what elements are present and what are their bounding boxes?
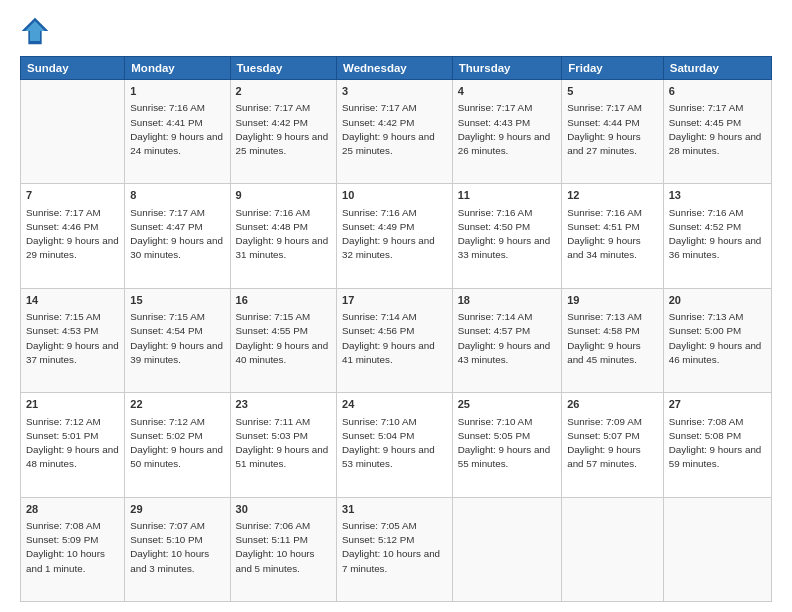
day-cell: 15Sunrise: 7:15 AMSunset: 4:54 PMDayligh… — [125, 288, 230, 392]
col-header-thursday: Thursday — [452, 57, 562, 80]
svg-marker-1 — [25, 21, 45, 41]
day-cell: 24Sunrise: 7:10 AMSunset: 5:04 PMDayligh… — [337, 393, 453, 497]
day-cell: 16Sunrise: 7:15 AMSunset: 4:55 PMDayligh… — [230, 288, 336, 392]
cell-content: Sunrise: 7:08 AMSunset: 5:08 PMDaylight:… — [669, 415, 766, 472]
day-number: 17 — [342, 293, 447, 308]
day-cell: 2Sunrise: 7:17 AMSunset: 4:42 PMDaylight… — [230, 80, 336, 184]
day-cell: 1Sunrise: 7:16 AMSunset: 4:41 PMDaylight… — [125, 80, 230, 184]
week-row-2: 14Sunrise: 7:15 AMSunset: 4:53 PMDayligh… — [21, 288, 772, 392]
cell-content: Sunrise: 7:12 AMSunset: 5:01 PMDaylight:… — [26, 415, 119, 472]
day-cell: 5Sunrise: 7:17 AMSunset: 4:44 PMDaylight… — [562, 80, 664, 184]
cell-content: Sunrise: 7:14 AMSunset: 4:57 PMDaylight:… — [458, 310, 557, 367]
day-cell: 14Sunrise: 7:15 AMSunset: 4:53 PMDayligh… — [21, 288, 125, 392]
day-cell: 10Sunrise: 7:16 AMSunset: 4:49 PMDayligh… — [337, 184, 453, 288]
cell-content: Sunrise: 7:16 AMSunset: 4:48 PMDaylight:… — [236, 206, 331, 263]
cell-content: Sunrise: 7:17 AMSunset: 4:44 PMDaylight:… — [567, 101, 658, 158]
cell-content: Sunrise: 7:17 AMSunset: 4:42 PMDaylight:… — [342, 101, 447, 158]
cell-content: Sunrise: 7:14 AMSunset: 4:56 PMDaylight:… — [342, 310, 447, 367]
cell-content: Sunrise: 7:16 AMSunset: 4:50 PMDaylight:… — [458, 206, 557, 263]
day-number: 11 — [458, 188, 557, 203]
cell-content: Sunrise: 7:05 AMSunset: 5:12 PMDaylight:… — [342, 519, 447, 576]
day-number: 13 — [669, 188, 766, 203]
week-row-0: 1Sunrise: 7:16 AMSunset: 4:41 PMDaylight… — [21, 80, 772, 184]
day-number: 15 — [130, 293, 224, 308]
cell-content: Sunrise: 7:16 AMSunset: 4:52 PMDaylight:… — [669, 206, 766, 263]
cell-content: Sunrise: 7:17 AMSunset: 4:45 PMDaylight:… — [669, 101, 766, 158]
day-cell: 6Sunrise: 7:17 AMSunset: 4:45 PMDaylight… — [663, 80, 771, 184]
col-header-friday: Friday — [562, 57, 664, 80]
cell-content: Sunrise: 7:13 AMSunset: 4:58 PMDaylight:… — [567, 310, 658, 367]
cell-content: Sunrise: 7:09 AMSunset: 5:07 PMDaylight:… — [567, 415, 658, 472]
cell-content: Sunrise: 7:16 AMSunset: 4:41 PMDaylight:… — [130, 101, 224, 158]
cell-content: Sunrise: 7:15 AMSunset: 4:54 PMDaylight:… — [130, 310, 224, 367]
day-cell: 9Sunrise: 7:16 AMSunset: 4:48 PMDaylight… — [230, 184, 336, 288]
day-number: 14 — [26, 293, 119, 308]
day-number: 31 — [342, 502, 447, 517]
day-cell: 18Sunrise: 7:14 AMSunset: 4:57 PMDayligh… — [452, 288, 562, 392]
cell-content: Sunrise: 7:17 AMSunset: 4:46 PMDaylight:… — [26, 206, 119, 263]
day-cell — [452, 497, 562, 601]
day-cell: 26Sunrise: 7:09 AMSunset: 5:07 PMDayligh… — [562, 393, 664, 497]
day-number: 29 — [130, 502, 224, 517]
cell-content: Sunrise: 7:07 AMSunset: 5:10 PMDaylight:… — [130, 519, 224, 576]
day-number: 22 — [130, 397, 224, 412]
header — [20, 16, 772, 46]
cell-content: Sunrise: 7:17 AMSunset: 4:43 PMDaylight:… — [458, 101, 557, 158]
cell-content: Sunrise: 7:12 AMSunset: 5:02 PMDaylight:… — [130, 415, 224, 472]
day-number: 7 — [26, 188, 119, 203]
cell-content: Sunrise: 7:16 AMSunset: 4:51 PMDaylight:… — [567, 206, 658, 263]
day-number: 9 — [236, 188, 331, 203]
day-cell: 8Sunrise: 7:17 AMSunset: 4:47 PMDaylight… — [125, 184, 230, 288]
day-number: 27 — [669, 397, 766, 412]
day-number: 5 — [567, 84, 658, 99]
day-number: 30 — [236, 502, 331, 517]
day-cell — [562, 497, 664, 601]
day-cell: 3Sunrise: 7:17 AMSunset: 4:42 PMDaylight… — [337, 80, 453, 184]
day-number: 26 — [567, 397, 658, 412]
cell-content: Sunrise: 7:10 AMSunset: 5:04 PMDaylight:… — [342, 415, 447, 472]
col-header-monday: Monday — [125, 57, 230, 80]
day-number: 16 — [236, 293, 331, 308]
day-number: 8 — [130, 188, 224, 203]
day-cell: 12Sunrise: 7:16 AMSunset: 4:51 PMDayligh… — [562, 184, 664, 288]
logo-icon — [20, 16, 50, 46]
day-cell: 29Sunrise: 7:07 AMSunset: 5:10 PMDayligh… — [125, 497, 230, 601]
week-row-3: 21Sunrise: 7:12 AMSunset: 5:01 PMDayligh… — [21, 393, 772, 497]
calendar-table: SundayMondayTuesdayWednesdayThursdayFrid… — [20, 56, 772, 602]
day-cell: 27Sunrise: 7:08 AMSunset: 5:08 PMDayligh… — [663, 393, 771, 497]
day-cell: 22Sunrise: 7:12 AMSunset: 5:02 PMDayligh… — [125, 393, 230, 497]
day-number: 12 — [567, 188, 658, 203]
day-cell: 28Sunrise: 7:08 AMSunset: 5:09 PMDayligh… — [21, 497, 125, 601]
day-cell: 31Sunrise: 7:05 AMSunset: 5:12 PMDayligh… — [337, 497, 453, 601]
logo — [20, 16, 54, 46]
header-row: SundayMondayTuesdayWednesdayThursdayFrid… — [21, 57, 772, 80]
cell-content: Sunrise: 7:10 AMSunset: 5:05 PMDaylight:… — [458, 415, 557, 472]
day-number: 2 — [236, 84, 331, 99]
cell-content: Sunrise: 7:17 AMSunset: 4:47 PMDaylight:… — [130, 206, 224, 263]
page: SundayMondayTuesdayWednesdayThursdayFrid… — [0, 0, 792, 612]
col-header-saturday: Saturday — [663, 57, 771, 80]
cell-content: Sunrise: 7:17 AMSunset: 4:42 PMDaylight:… — [236, 101, 331, 158]
day-cell: 20Sunrise: 7:13 AMSunset: 5:00 PMDayligh… — [663, 288, 771, 392]
day-number: 21 — [26, 397, 119, 412]
cell-content: Sunrise: 7:15 AMSunset: 4:55 PMDaylight:… — [236, 310, 331, 367]
day-cell: 11Sunrise: 7:16 AMSunset: 4:50 PMDayligh… — [452, 184, 562, 288]
day-cell — [21, 80, 125, 184]
day-cell: 7Sunrise: 7:17 AMSunset: 4:46 PMDaylight… — [21, 184, 125, 288]
day-cell — [663, 497, 771, 601]
day-cell: 23Sunrise: 7:11 AMSunset: 5:03 PMDayligh… — [230, 393, 336, 497]
day-number: 1 — [130, 84, 224, 99]
cell-content: Sunrise: 7:16 AMSunset: 4:49 PMDaylight:… — [342, 206, 447, 263]
day-cell: 13Sunrise: 7:16 AMSunset: 4:52 PMDayligh… — [663, 184, 771, 288]
day-number: 20 — [669, 293, 766, 308]
day-number: 28 — [26, 502, 119, 517]
day-cell: 21Sunrise: 7:12 AMSunset: 5:01 PMDayligh… — [21, 393, 125, 497]
week-row-4: 28Sunrise: 7:08 AMSunset: 5:09 PMDayligh… — [21, 497, 772, 601]
col-header-wednesday: Wednesday — [337, 57, 453, 80]
cell-content: Sunrise: 7:13 AMSunset: 5:00 PMDaylight:… — [669, 310, 766, 367]
day-number: 3 — [342, 84, 447, 99]
day-number: 18 — [458, 293, 557, 308]
cell-content: Sunrise: 7:06 AMSunset: 5:11 PMDaylight:… — [236, 519, 331, 576]
col-header-tuesday: Tuesday — [230, 57, 336, 80]
day-number: 25 — [458, 397, 557, 412]
